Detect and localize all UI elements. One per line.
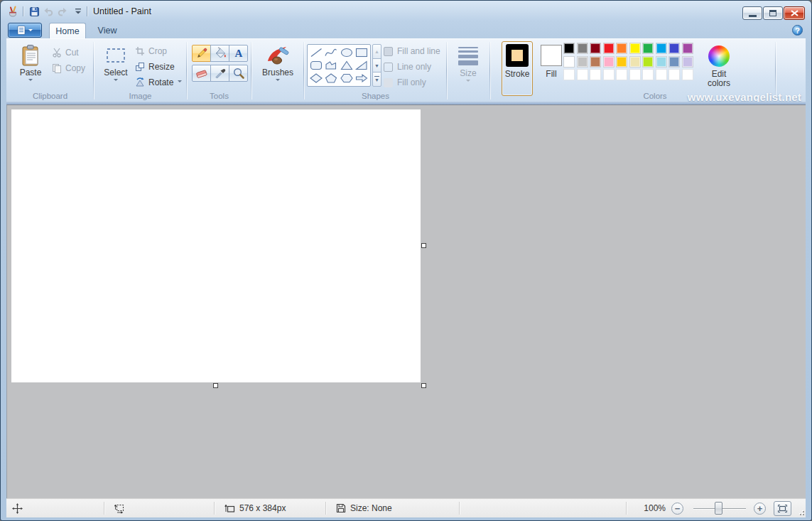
palette-empty-slot-6[interactable]: [629, 69, 641, 80]
palette-swatch-r1-c1[interactable]: [563, 43, 575, 54]
cut-button[interactable]: Cut: [52, 45, 79, 59]
eraser-tool[interactable]: [192, 65, 211, 82]
canvas-resize-handle-corner[interactable]: [421, 383, 426, 388]
palette-swatch-r1-c8[interactable]: [656, 43, 667, 54]
palette-swatch-r1-c3[interactable]: [590, 43, 601, 54]
group-tools: A Tools: [187, 39, 251, 102]
palette-swatch-r2-c7[interactable]: [642, 56, 654, 68]
zoom-out-button[interactable]: −: [671, 503, 683, 515]
palette-empty-slot-8[interactable]: [656, 69, 667, 80]
shapes-scroll-up-button[interactable]: ▲: [372, 44, 381, 59]
palette-empty-slot-10[interactable]: [682, 69, 693, 80]
status-bar: 576 x 384px Size: None 100% − +: [6, 498, 806, 517]
resize-grip[interactable]: [797, 508, 804, 515]
size-icon: [458, 47, 478, 65]
drawing-canvas[interactable]: [11, 109, 421, 382]
rectangle-shape[interactable]: [354, 46, 369, 59]
menu-icon: [17, 26, 26, 35]
select-icon: [104, 44, 127, 67]
palette-swatch-r1-c2[interactable]: [577, 43, 588, 54]
arrow-right-shape[interactable]: [354, 72, 369, 85]
diamond-shape[interactable]: [308, 72, 323, 85]
select-button[interactable]: Select: [99, 41, 132, 84]
text-tool[interactable]: A: [229, 45, 248, 62]
palette-empty-slot-2[interactable]: [577, 69, 588, 80]
rounded-rectangle-shape[interactable]: [308, 59, 323, 72]
shapes-scroll-down-button[interactable]: ▼: [372, 58, 381, 73]
palette-swatch-r1-c10[interactable]: [682, 43, 693, 54]
palette-empty-slot-4[interactable]: [603, 69, 615, 80]
palette-swatch-r2-c5[interactable]: [616, 56, 627, 68]
palette-swatch-r2-c6[interactable]: [629, 56, 641, 68]
fit-to-window-button[interactable]: [774, 501, 791, 516]
chevron-down-icon: [28, 79, 33, 83]
palette-swatch-r1-c5[interactable]: [616, 43, 627, 54]
application-menu-button[interactable]: [8, 23, 42, 38]
close-button[interactable]: [784, 6, 805, 20]
fill-and-line-option[interactable]: Fill and line: [384, 46, 440, 56]
palette-swatch-r2-c2[interactable]: [577, 56, 588, 68]
shapes-grid: [307, 44, 371, 87]
titlebar-separator: [87, 6, 87, 16]
file-size-indicator: Size: None: [336, 499, 392, 517]
save-button[interactable]: [28, 5, 40, 18]
stroke-color-button[interactable]: Stroke: [502, 41, 533, 96]
fill-with-color-tool[interactable]: [210, 45, 229, 62]
redo-button[interactable]: [56, 5, 69, 18]
palette-swatch-r1-c7[interactable]: [642, 43, 654, 54]
triangle-shape[interactable]: [339, 59, 354, 72]
rotate-button[interactable]: Rotate: [135, 75, 182, 89]
brushes-button[interactable]: Brushes: [256, 41, 299, 84]
tab-view[interactable]: View: [87, 23, 127, 38]
hexagon-shape[interactable]: [339, 72, 354, 85]
line-shape[interactable]: [308, 46, 323, 59]
palette-empty-slot-5[interactable]: [616, 69, 627, 80]
minimize-button[interactable]: [742, 6, 762, 20]
palette-swatch-r2-c8[interactable]: [656, 56, 667, 68]
palette-swatch-r2-c9[interactable]: [668, 56, 680, 68]
edit-colors-button[interactable]: Edit colors: [698, 43, 740, 89]
copy-button[interactable]: Copy: [52, 61, 85, 75]
undo-button[interactable]: [42, 5, 55, 18]
palette-empty-slot-9[interactable]: [668, 69, 680, 80]
zoom-slider-thumb[interactable]: [715, 502, 722, 515]
crop-button[interactable]: Crop: [135, 44, 167, 58]
file-size-icon: [336, 503, 346, 513]
palette-swatch-r2-c4[interactable]: [603, 56, 615, 68]
help-icon[interactable]: ?: [792, 25, 803, 36]
color-palette: [563, 43, 693, 80]
polygon-shape[interactable]: [324, 59, 339, 72]
fill-color-button[interactable]: Fill: [537, 41, 565, 96]
pencil-tool[interactable]: [192, 45, 211, 62]
palette-empty-slot-1[interactable]: [563, 69, 575, 80]
palette-swatch-r1-c6[interactable]: [629, 43, 641, 54]
palette-swatch-r2-c1[interactable]: [563, 56, 575, 68]
group-clipboard: Paste Cut Copy Clipboard: [6, 39, 94, 102]
right-triangle-shape[interactable]: [354, 59, 369, 72]
shapes-more-button[interactable]: ▼: [372, 72, 381, 87]
line-only-icon: [384, 63, 393, 72]
ellipse-shape[interactable]: [339, 46, 354, 59]
pentagon-shape[interactable]: [324, 72, 339, 85]
resize-button[interactable]: Resize: [135, 60, 175, 73]
fill-only-option[interactable]: Fill only: [384, 77, 426, 87]
color-picker-tool[interactable]: [210, 65, 229, 82]
zoom-in-button[interactable]: +: [754, 503, 766, 515]
cursor-position-indicator: [12, 499, 23, 517]
paste-button[interactable]: Paste: [13, 41, 48, 84]
palette-empty-slot-3[interactable]: [590, 69, 601, 80]
size-button[interactable]: Size: [452, 41, 485, 85]
palette-swatch-r2-c10[interactable]: [682, 56, 693, 68]
palette-swatch-r1-c4[interactable]: [603, 43, 615, 54]
curve-shape[interactable]: [324, 46, 339, 59]
canvas-resize-handle-bottom[interactable]: [213, 383, 218, 388]
palette-swatch-r2-c3[interactable]: [590, 56, 601, 68]
canvas-resize-handle-right[interactable]: [421, 243, 426, 248]
palette-empty-slot-7[interactable]: [642, 69, 654, 80]
tab-home[interactable]: Home: [49, 23, 86, 38]
palette-swatch-r1-c9[interactable]: [668, 43, 680, 54]
magnifier-tool[interactable]: [229, 65, 248, 82]
line-only-option[interactable]: Line only: [384, 62, 431, 72]
maximize-button[interactable]: [763, 6, 783, 20]
qat-customize-dropdown[interactable]: [72, 5, 85, 18]
